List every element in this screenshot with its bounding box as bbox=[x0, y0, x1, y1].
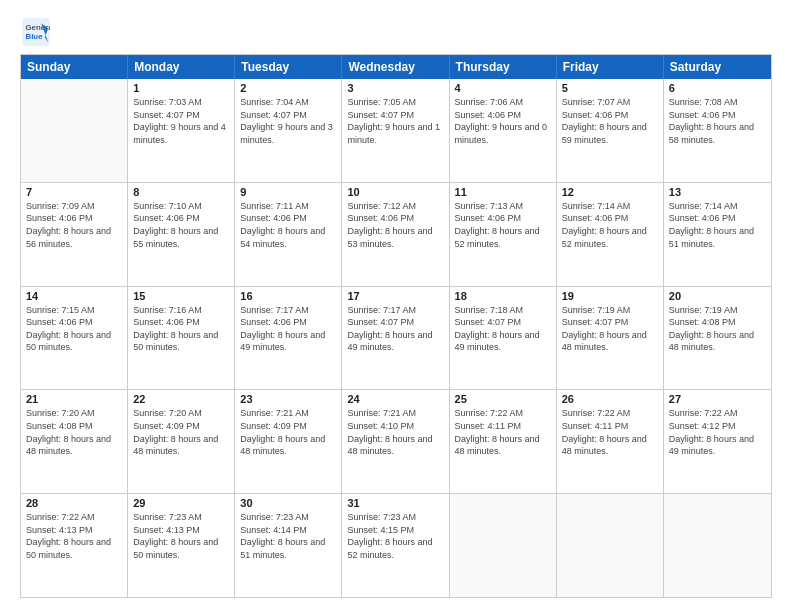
logo: General Blue bbox=[20, 18, 52, 46]
cell-info: Sunrise: 7:09 AMSunset: 4:06 PMDaylight:… bbox=[26, 200, 122, 250]
day-number: 30 bbox=[240, 497, 336, 509]
cell-info: Sunrise: 7:13 AMSunset: 4:06 PMDaylight:… bbox=[455, 200, 551, 250]
cell-info: Sunrise: 7:19 AMSunset: 4:08 PMDaylight:… bbox=[669, 304, 766, 354]
cell-info: Sunrise: 7:18 AMSunset: 4:07 PMDaylight:… bbox=[455, 304, 551, 354]
calendar-cell: 19Sunrise: 7:19 AMSunset: 4:07 PMDayligh… bbox=[557, 287, 664, 390]
cell-info: Sunrise: 7:19 AMSunset: 4:07 PMDaylight:… bbox=[562, 304, 658, 354]
calendar-cell: 6Sunrise: 7:08 AMSunset: 4:06 PMDaylight… bbox=[664, 79, 771, 182]
day-number: 2 bbox=[240, 82, 336, 94]
day-number: 17 bbox=[347, 290, 443, 302]
header-day-friday: Friday bbox=[557, 55, 664, 79]
cell-info: Sunrise: 7:08 AMSunset: 4:06 PMDaylight:… bbox=[669, 96, 766, 146]
cell-info: Sunrise: 7:10 AMSunset: 4:06 PMDaylight:… bbox=[133, 200, 229, 250]
calendar-cell: 20Sunrise: 7:19 AMSunset: 4:08 PMDayligh… bbox=[664, 287, 771, 390]
calendar-cell bbox=[21, 79, 128, 182]
cell-info: Sunrise: 7:20 AMSunset: 4:08 PMDaylight:… bbox=[26, 407, 122, 457]
cell-info: Sunrise: 7:04 AMSunset: 4:07 PMDaylight:… bbox=[240, 96, 336, 146]
calendar-cell: 4Sunrise: 7:06 AMSunset: 4:06 PMDaylight… bbox=[450, 79, 557, 182]
day-number: 27 bbox=[669, 393, 766, 405]
svg-text:Blue: Blue bbox=[26, 32, 44, 41]
calendar-cell: 11Sunrise: 7:13 AMSunset: 4:06 PMDayligh… bbox=[450, 183, 557, 286]
header-day-saturday: Saturday bbox=[664, 55, 771, 79]
calendar-cell: 3Sunrise: 7:05 AMSunset: 4:07 PMDaylight… bbox=[342, 79, 449, 182]
calendar-header-row: SundayMondayTuesdayWednesdayThursdayFrid… bbox=[21, 55, 771, 79]
cell-info: Sunrise: 7:20 AMSunset: 4:09 PMDaylight:… bbox=[133, 407, 229, 457]
calendar-cell bbox=[557, 494, 664, 597]
calendar-cell: 17Sunrise: 7:17 AMSunset: 4:07 PMDayligh… bbox=[342, 287, 449, 390]
cell-info: Sunrise: 7:14 AMSunset: 4:06 PMDaylight:… bbox=[669, 200, 766, 250]
day-number: 31 bbox=[347, 497, 443, 509]
calendar-body: 1Sunrise: 7:03 AMSunset: 4:07 PMDaylight… bbox=[21, 79, 771, 597]
calendar-cell: 27Sunrise: 7:22 AMSunset: 4:12 PMDayligh… bbox=[664, 390, 771, 493]
cell-info: Sunrise: 7:06 AMSunset: 4:06 PMDaylight:… bbox=[455, 96, 551, 146]
cell-info: Sunrise: 7:21 AMSunset: 4:09 PMDaylight:… bbox=[240, 407, 336, 457]
calendar-cell: 15Sunrise: 7:16 AMSunset: 4:06 PMDayligh… bbox=[128, 287, 235, 390]
calendar-cell: 29Sunrise: 7:23 AMSunset: 4:13 PMDayligh… bbox=[128, 494, 235, 597]
cell-info: Sunrise: 7:07 AMSunset: 4:06 PMDaylight:… bbox=[562, 96, 658, 146]
day-number: 5 bbox=[562, 82, 658, 94]
cell-info: Sunrise: 7:22 AMSunset: 4:11 PMDaylight:… bbox=[562, 407, 658, 457]
header-day-thursday: Thursday bbox=[450, 55, 557, 79]
cell-info: Sunrise: 7:12 AMSunset: 4:06 PMDaylight:… bbox=[347, 200, 443, 250]
cell-info: Sunrise: 7:17 AMSunset: 4:07 PMDaylight:… bbox=[347, 304, 443, 354]
day-number: 25 bbox=[455, 393, 551, 405]
cell-info: Sunrise: 7:11 AMSunset: 4:06 PMDaylight:… bbox=[240, 200, 336, 250]
calendar-cell: 1Sunrise: 7:03 AMSunset: 4:07 PMDaylight… bbox=[128, 79, 235, 182]
calendar-week-2: 7Sunrise: 7:09 AMSunset: 4:06 PMDaylight… bbox=[21, 183, 771, 287]
calendar-cell: 26Sunrise: 7:22 AMSunset: 4:11 PMDayligh… bbox=[557, 390, 664, 493]
cell-info: Sunrise: 7:17 AMSunset: 4:06 PMDaylight:… bbox=[240, 304, 336, 354]
calendar-week-1: 1Sunrise: 7:03 AMSunset: 4:07 PMDaylight… bbox=[21, 79, 771, 183]
calendar-cell: 8Sunrise: 7:10 AMSunset: 4:06 PMDaylight… bbox=[128, 183, 235, 286]
day-number: 26 bbox=[562, 393, 658, 405]
day-number: 3 bbox=[347, 82, 443, 94]
day-number: 11 bbox=[455, 186, 551, 198]
cell-info: Sunrise: 7:22 AMSunset: 4:13 PMDaylight:… bbox=[26, 511, 122, 561]
calendar-cell: 10Sunrise: 7:12 AMSunset: 4:06 PMDayligh… bbox=[342, 183, 449, 286]
day-number: 15 bbox=[133, 290, 229, 302]
calendar-cell: 14Sunrise: 7:15 AMSunset: 4:06 PMDayligh… bbox=[21, 287, 128, 390]
header-day-sunday: Sunday bbox=[21, 55, 128, 79]
day-number: 9 bbox=[240, 186, 336, 198]
day-number: 4 bbox=[455, 82, 551, 94]
day-number: 12 bbox=[562, 186, 658, 198]
calendar-week-3: 14Sunrise: 7:15 AMSunset: 4:06 PMDayligh… bbox=[21, 287, 771, 391]
cell-info: Sunrise: 7:23 AMSunset: 4:14 PMDaylight:… bbox=[240, 511, 336, 561]
calendar-cell: 31Sunrise: 7:23 AMSunset: 4:15 PMDayligh… bbox=[342, 494, 449, 597]
day-number: 16 bbox=[240, 290, 336, 302]
day-number: 8 bbox=[133, 186, 229, 198]
day-number: 29 bbox=[133, 497, 229, 509]
day-number: 23 bbox=[240, 393, 336, 405]
header-day-monday: Monday bbox=[128, 55, 235, 79]
calendar-cell: 21Sunrise: 7:20 AMSunset: 4:08 PMDayligh… bbox=[21, 390, 128, 493]
calendar-week-5: 28Sunrise: 7:22 AMSunset: 4:13 PMDayligh… bbox=[21, 494, 771, 597]
header-day-tuesday: Tuesday bbox=[235, 55, 342, 79]
calendar-cell bbox=[664, 494, 771, 597]
calendar-cell: 2Sunrise: 7:04 AMSunset: 4:07 PMDaylight… bbox=[235, 79, 342, 182]
logo-icon: General Blue bbox=[22, 18, 50, 46]
cell-info: Sunrise: 7:14 AMSunset: 4:06 PMDaylight:… bbox=[562, 200, 658, 250]
calendar-cell: 28Sunrise: 7:22 AMSunset: 4:13 PMDayligh… bbox=[21, 494, 128, 597]
cell-info: Sunrise: 7:22 AMSunset: 4:11 PMDaylight:… bbox=[455, 407, 551, 457]
page: General Blue SundayMondayTuesdayWednesda… bbox=[0, 0, 792, 612]
header-day-wednesday: Wednesday bbox=[342, 55, 449, 79]
calendar-cell: 16Sunrise: 7:17 AMSunset: 4:06 PMDayligh… bbox=[235, 287, 342, 390]
calendar-cell bbox=[450, 494, 557, 597]
cell-info: Sunrise: 7:23 AMSunset: 4:13 PMDaylight:… bbox=[133, 511, 229, 561]
day-number: 19 bbox=[562, 290, 658, 302]
day-number: 20 bbox=[669, 290, 766, 302]
day-number: 14 bbox=[26, 290, 122, 302]
cell-info: Sunrise: 7:23 AMSunset: 4:15 PMDaylight:… bbox=[347, 511, 443, 561]
calendar-cell: 7Sunrise: 7:09 AMSunset: 4:06 PMDaylight… bbox=[21, 183, 128, 286]
calendar-cell: 13Sunrise: 7:14 AMSunset: 4:06 PMDayligh… bbox=[664, 183, 771, 286]
day-number: 22 bbox=[133, 393, 229, 405]
calendar-cell: 25Sunrise: 7:22 AMSunset: 4:11 PMDayligh… bbox=[450, 390, 557, 493]
day-number: 13 bbox=[669, 186, 766, 198]
calendar-cell: 5Sunrise: 7:07 AMSunset: 4:06 PMDaylight… bbox=[557, 79, 664, 182]
calendar-cell: 18Sunrise: 7:18 AMSunset: 4:07 PMDayligh… bbox=[450, 287, 557, 390]
day-number: 10 bbox=[347, 186, 443, 198]
day-number: 24 bbox=[347, 393, 443, 405]
day-number: 6 bbox=[669, 82, 766, 94]
day-number: 7 bbox=[26, 186, 122, 198]
day-number: 21 bbox=[26, 393, 122, 405]
calendar-cell: 30Sunrise: 7:23 AMSunset: 4:14 PMDayligh… bbox=[235, 494, 342, 597]
